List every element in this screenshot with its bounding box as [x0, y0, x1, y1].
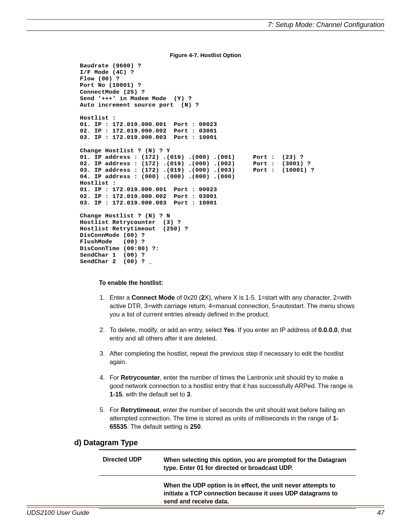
table-row: Directed UDP When selecting this option,… [99, 453, 356, 475]
table-label: Directed UDP [99, 456, 164, 472]
datagram-heading: d) Datagram Type [74, 438, 384, 447]
chapter-header: 7: Setup Mode: Channel Configuration [27, 21, 384, 31]
step-2: To delete, modify, or add an entry, sele… [107, 326, 356, 343]
table-row: When the UDP option is in effect, the un… [99, 479, 356, 508]
figure-caption: Figure 4-7. Hostlist Option [27, 52, 384, 58]
table-label-empty [99, 482, 164, 505]
footer-title: UDS2100 User Guide [27, 509, 89, 517]
divider [99, 449, 356, 450]
terminal-output: Baudrate (9600) ? I/F Mode (4C) ? Flow (… [80, 63, 384, 265]
table-desc-1: When selecting this option, you are prom… [164, 456, 356, 472]
table-desc-2: When the UDP option is in effect, the un… [164, 482, 356, 505]
step-3: After completing the hostlist, repeat th… [107, 349, 356, 366]
divider [99, 475, 356, 476]
page-number: 47 [377, 509, 384, 517]
step-5: For Retrytimeout, enter the number of se… [107, 406, 356, 431]
step-1: Enter a Connect Mode of 0x20 (2X), where… [107, 293, 356, 319]
step-4: For Retrycounter, enter the number of ti… [107, 373, 356, 399]
enable-heading: To enable the hostlist: [99, 280, 384, 286]
instruction-list: Enter a Connect Mode of 0x20 (2X), where… [107, 293, 356, 431]
